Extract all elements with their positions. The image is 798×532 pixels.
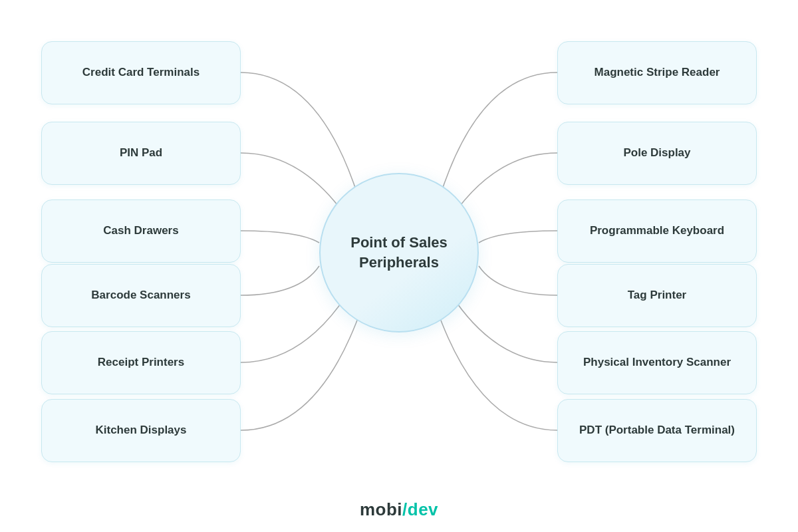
diagram-container: Point of Sales Peripherals Credit Card T… bbox=[0, 0, 798, 499]
node-credit-card-terminals: Credit Card Terminals bbox=[41, 41, 241, 104]
node-pdt: PDT (Portable Data Terminal) bbox=[557, 399, 757, 462]
node-programmable-keyboard: Programmable Keyboard bbox=[557, 200, 757, 263]
node-pole-display: Pole Display bbox=[557, 122, 757, 185]
logo-slash: / bbox=[402, 499, 408, 519]
node-magnetic-stripe-reader: Magnetic Stripe Reader bbox=[557, 41, 757, 104]
node-pin-pad: PIN Pad bbox=[41, 122, 241, 185]
node-kitchen-displays: Kitchen Displays bbox=[41, 399, 241, 462]
node-cash-drawers: Cash Drawers bbox=[41, 200, 241, 263]
center-node: Point of Sales Peripherals bbox=[319, 173, 479, 332]
logo: mobi/dev bbox=[360, 499, 438, 520]
center-label: Point of Sales Peripherals bbox=[321, 233, 477, 272]
node-tag-printer: Tag Printer bbox=[557, 264, 757, 327]
node-physical-inventory-scanner: Physical Inventory Scanner bbox=[557, 331, 757, 394]
node-barcode-scanners: Barcode Scanners bbox=[41, 264, 241, 327]
logo-dev: dev bbox=[408, 499, 438, 519]
node-receipt-printers: Receipt Printers bbox=[41, 331, 241, 394]
logo-mobi: mobi bbox=[360, 499, 402, 519]
